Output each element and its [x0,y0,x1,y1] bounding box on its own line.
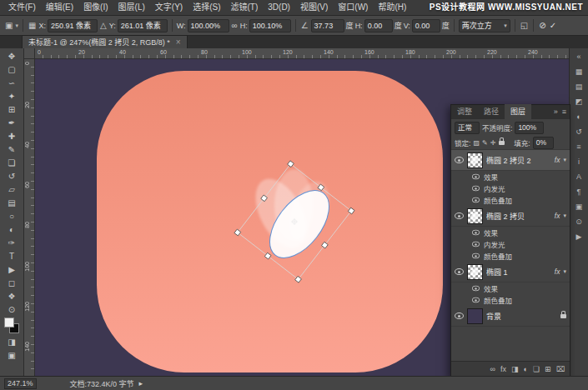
adjustment-layer-icon[interactable]: ◐ [524,366,528,373]
layer-effect-row[interactable]: 内发光 [451,182,570,194]
opacity-dropdown[interactable]: 100% [515,122,544,134]
paragraph-panel-icon[interactable]: ¶ [572,186,585,197]
menu-item-filter[interactable]: 滤镜(T) [226,0,264,15]
hand-tool[interactable]: ❖ [2,289,22,302]
move-tool[interactable]: ✥ [2,49,22,62]
fx-expand-icon[interactable]: ▾ [563,157,566,163]
properties-panel-icon[interactable]: ≡ [572,141,585,152]
healing-brush-tool[interactable]: ✚ [2,129,22,142]
blur-tool[interactable]: ○ [2,209,22,222]
navigator-panel-icon[interactable]: ⊙ [572,216,585,227]
foreground-color-swatch[interactable] [4,318,14,328]
rectangular-marquee-tool[interactable]: ▢ [2,62,22,76]
link-layers-icon[interactable]: ∞ [490,366,495,373]
menu-item-image[interactable]: 图像(I) [78,0,113,15]
warp-mode-icon[interactable]: ◱ [520,21,529,30]
collapse-panel-icon[interactable]: » [554,108,558,116]
angle-input[interactable]: 37.73 [311,19,344,32]
layer-name[interactable]: 效果 [484,283,566,293]
layer-effect-row[interactable]: 效果 [451,227,570,238]
zoom-level-field[interactable]: 247.1% [4,378,37,389]
swatches-panel-icon[interactable]: ▤ [572,81,585,92]
layer-thumbnail[interactable] [467,152,483,168]
interpolation-dropdown[interactable]: 两次立方 ▾ [459,19,510,32]
tab-layers[interactable]: 图层 [505,104,531,119]
zoom-tool[interactable]: ⊙ [2,302,22,316]
rectangle-shape-tool[interactable]: ◻ [2,276,22,289]
crop-tool[interactable]: ⊞ [2,102,22,116]
layer-name[interactable]: 内发光 [484,183,566,193]
visibility-eye-icon[interactable] [472,230,480,235]
color-panel-icon[interactable]: ▦ [572,66,585,77]
skew-h-input[interactable]: 0.00 [364,19,393,32]
visibility-eye-icon[interactable] [472,174,480,179]
layer-name[interactable]: 颜色叠加 [484,251,566,261]
layer-row[interactable]: 椭圆 2 拷贝fx▾ [451,206,570,227]
styles-panel-icon[interactable]: ◩ [572,96,585,107]
layer-group-icon[interactable]: ❏ [533,366,540,373]
layer-thumbnail[interactable] [467,308,483,324]
layer-name[interactable]: 椭圆 2 拷贝 [486,211,551,222]
layer-effect-row[interactable]: 颜色叠加 [451,250,570,262]
timeline-panel-icon[interactable]: ▶ [572,231,585,242]
type-tool[interactable]: T [2,249,22,262]
tab-adjustments[interactable]: 调整 [451,104,478,119]
layer-effect-row[interactable]: 效果 [451,282,570,294]
y-input[interactable]: 261.01 像素 [118,19,168,32]
menu-item-view[interactable]: 视图(V) [295,0,333,15]
delete-layer-icon[interactable]: ⌧ [556,366,565,373]
quick-mask-tool[interactable]: ◨ [2,335,22,348]
link-dimensions-icon[interactable]: ∞ [231,21,239,30]
layer-row[interactable]: 背景 [451,306,570,327]
gradient-tool[interactable]: ▤ [2,196,22,209]
layer-row[interactable]: 椭圆 2 拷贝 2fx▾ [451,150,570,171]
menu-item-help[interactable]: 帮助(H) [373,0,411,15]
layer-name[interactable]: 椭圆 1 [486,267,551,278]
layer-style-icon[interactable]: fx [500,366,506,373]
status-options-arrow-icon[interactable]: ▸ [139,379,143,388]
layer-name[interactable]: 效果 [484,228,566,238]
lasso-tool[interactable]: ∽ [2,76,22,89]
layer-fx-badge[interactable]: fx [555,268,560,276]
layer-name[interactable]: 效果 [484,172,566,182]
visibility-eye-icon[interactable] [472,298,480,302]
menu-item-type[interactable]: 文字(Y) [150,0,188,15]
blend-mode-dropdown[interactable]: 正常 [455,122,480,134]
fx-expand-icon[interactable]: ▾ [563,268,566,275]
quick-selection-tool[interactable]: ✦ [2,89,22,102]
menu-item-3d[interactable]: 3D(D) [263,0,295,15]
layer-fx-badge[interactable]: fx [555,156,560,164]
eyedropper-tool[interactable]: ✒ [2,116,22,129]
commit-transform-button[interactable]: ✓ [549,21,557,30]
lock-pixels-icon[interactable]: ✎ [482,139,488,147]
reference-point-icon[interactable]: ▦ [28,21,37,30]
path-selection-tool[interactable]: ▶ [2,262,22,276]
layer-row[interactable]: 椭圆 1fx▾ [451,262,570,282]
history-brush-tool[interactable]: ↺ [2,169,22,182]
visibility-eye-icon[interactable] [472,286,480,291]
height-input[interactable]: 100.10% [249,19,291,32]
layer-effect-row[interactable]: 内发光 [451,238,570,250]
lock-position-icon[interactable]: ✛ [490,139,496,147]
relative-position-icon[interactable]: △ [99,21,108,30]
layer-mask-icon[interactable]: ◨ [511,366,519,373]
tool-preset-caret-icon[interactable]: ▾ [15,22,18,29]
layer-effect-row[interactable]: 颜色叠加 [451,194,570,206]
layer-name[interactable]: 背景 [486,311,556,322]
width-input[interactable]: 100.00% [188,19,229,32]
screen-mode-tool[interactable]: ▣ [2,348,22,362]
character-panel-icon[interactable]: A [572,171,585,182]
x-input[interactable]: 250.91 像素 [48,19,98,32]
layer-name[interactable]: 椭圆 2 拷贝 2 [486,155,551,166]
visibility-eye-icon[interactable] [455,312,464,319]
tool-preset-icon[interactable]: ▣ [4,21,13,30]
document-tab[interactable]: 未标题-1 @ 247%(椭圆 2 拷贝 2, RGB/8) * × [22,35,188,48]
menu-item-window[interactable]: 窗口(W) [333,0,373,15]
visibility-eye-icon[interactable] [455,157,464,163]
visibility-eye-icon[interactable] [455,268,464,275]
channels-panel-icon[interactable]: ▣ [572,201,585,212]
expand-panels-icon[interactable]: « [572,51,585,62]
lock-transparency-icon[interactable]: ▨ [473,139,480,147]
dodge-tool[interactable]: ◐ [2,222,22,236]
brush-tool[interactable]: ✎ [2,142,22,156]
